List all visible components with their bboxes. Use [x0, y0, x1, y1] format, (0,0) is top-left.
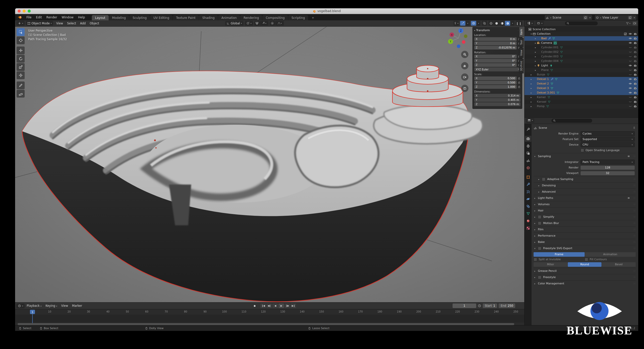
transform-field-rotation-z[interactable]: Z0° — [474, 63, 517, 67]
render-visibility-icon[interactable] — [634, 91, 637, 94]
checkbox[interactable] — [585, 258, 588, 261]
collection-checkbox[interactable] — [624, 32, 627, 35]
visibility-eye-closed-icon[interactable] — [629, 73, 632, 76]
panel-adaptive-sampling[interactable]: ▸Adaptive Sampling∷ — [534, 176, 636, 182]
next-keyframe-button[interactable]: ❙▶ — [285, 303, 290, 308]
expand-arrow[interactable]: ▸ — [534, 37, 537, 40]
auto-keyframe-button[interactable]: ● — [252, 303, 257, 308]
transform-field-location-z[interactable]: Z-0.012076 m — [474, 46, 517, 50]
scene-selector[interactable]: ▾ Scene ✕ — [544, 15, 592, 20]
object-name[interactable]: Cylinder.004 — [541, 59, 558, 63]
visibility-eye-icon[interactable] — [629, 32, 632, 35]
prev-keyframe-button[interactable]: ◀❙ — [266, 303, 272, 308]
properties-tab-world[interactable] — [525, 165, 531, 171]
new-collection-button[interactable] — [632, 21, 637, 25]
workspace-tab-modeling[interactable]: Modeling — [109, 15, 129, 21]
visibility-eye-icon[interactable] — [629, 86, 632, 90]
panel-film[interactable]: ▸Film∷ — [534, 226, 636, 233]
visibility-eye-closed-icon[interactable] — [629, 105, 632, 108]
prop-dropdown[interactable]: Supported▾ — [581, 137, 635, 142]
play-button[interactable]: ▶ — [278, 303, 284, 308]
panel-denoising[interactable]: ▸Denoising∷ — [534, 182, 636, 189]
visibility-eye-closed-icon[interactable] — [629, 55, 632, 58]
workspace-tab-shading[interactable]: Shading — [199, 15, 218, 21]
panel-advanced[interactable]: ▸Advanced∷ — [534, 189, 636, 195]
expand-arrow[interactable]: ▸ — [534, 46, 537, 49]
viewport-menu-select[interactable]: Select — [65, 21, 78, 26]
render-visibility-icon-disabled[interactable] — [634, 60, 637, 63]
render-visibility-icon-disabled[interactable] — [634, 46, 637, 49]
outliner-row-light[interactable]: ▸Light — [525, 63, 638, 68]
pan-view-button[interactable] — [461, 62, 468, 69]
properties-tab-constraints[interactable] — [525, 203, 531, 209]
workspace-tab-sculpting[interactable]: Sculpting — [129, 15, 150, 21]
viewport-canvas[interactable]: User Perspective (1) Scene Collection | … — [15, 27, 524, 302]
transform-panel-header[interactable]: ▾ Transform — [474, 29, 490, 32]
svg-export-miter-button[interactable]: Miter — [534, 262, 568, 267]
zoom-view-button[interactable] — [461, 51, 468, 58]
workspace-tab-scripting[interactable]: Scripting — [288, 15, 308, 21]
tool-scale[interactable] — [17, 63, 25, 71]
pivot-point-dropdown[interactable]: ▾ — [245, 21, 253, 26]
shading-dropdown[interactable]: ▾ — [510, 21, 514, 26]
object-name[interactable]: Pomp — [537, 105, 545, 108]
expand-arrow[interactable]: ▸ — [534, 69, 537, 71]
render-visibility-icon[interactable] — [634, 64, 637, 67]
outliner-row-collection[interactable]: ▾Collection — [525, 32, 638, 36]
view-layer-selector[interactable]: ▾ View Layer ✕ — [594, 15, 637, 20]
outliner-row-cylinder-003[interactable]: ▸undefinedCylinder.003 — [525, 54, 638, 59]
overlays-toggle[interactable] — [471, 21, 476, 26]
workspace-tab-rendering[interactable]: Rendering — [240, 15, 262, 21]
camera-view-button[interactable] — [461, 73, 468, 81]
menu-file[interactable]: File — [24, 15, 34, 20]
expand-arrow[interactable]: ▸ — [534, 64, 537, 67]
tool-measure[interactable] — [17, 90, 25, 98]
transform-field-rotation-x[interactable]: X0° — [474, 55, 517, 58]
panel-checkbox[interactable] — [538, 215, 541, 219]
properties-editor-type-button[interactable]: ▾ — [526, 118, 534, 123]
object-name[interactable]: Bad — [541, 37, 546, 40]
object-name[interactable]: Deksel 3.001 — [537, 91, 555, 94]
panel-checkbox[interactable] — [538, 222, 541, 225]
object-name[interactable]: Kamer — [537, 96, 546, 99]
tool-transform[interactable] — [17, 71, 25, 79]
expand-arrow[interactable]: ▸ — [530, 92, 533, 94]
expand-arrow[interactable]: ▸ — [534, 42, 537, 44]
panel-bake[interactable]: ▸Bake∷ — [534, 239, 636, 245]
object-name[interactable]: Deksel 1 — [537, 77, 549, 81]
visibility-eye-closed-icon[interactable] — [629, 50, 632, 54]
timeline-menu-keying[interactable]: Keying ▾ — [44, 303, 59, 308]
panel-checkbox[interactable] — [542, 178, 545, 181]
object-name[interactable]: Cylinder.003 — [541, 55, 558, 58]
outliner-row-pomp[interactable]: ▸undefinedPomp — [525, 104, 638, 109]
outliner-row-camera[interactable]: ▸Camera — [525, 41, 638, 45]
transform-field-dimensions-y[interactable]: Y0.405 m — [474, 98, 520, 102]
presets-icon[interactable]: ≡ — [627, 196, 630, 200]
overlays-dropdown[interactable]: ▾ — [476, 21, 480, 26]
svg-export-check-fill-contours[interactable]: Fill Contours — [585, 258, 636, 261]
svg-export-animation-button[interactable]: Animation — [585, 252, 636, 257]
object-name[interactable]: Deksel 2 — [537, 82, 549, 85]
render-visibility-icon[interactable] — [634, 82, 637, 85]
checkbox[interactable] — [534, 258, 537, 261]
menu-render[interactable]: Render — [44, 15, 59, 20]
expand-arrow[interactable]: ▸ — [530, 82, 533, 85]
panel-hair[interactable]: ▸Hair∷ — [534, 207, 636, 214]
panel-motion-blur[interactable]: ▸Motion Blur∷ — [534, 220, 636, 226]
workspace-tab-compositing[interactable]: Compositing — [262, 15, 288, 21]
transform-field-dimensions-x[interactable]: X0.314 m — [474, 94, 520, 98]
visibility-eye-icon[interactable] — [629, 77, 632, 81]
outliner-row-scene-collection[interactable]: Scene Collection — [525, 27, 638, 32]
outliner-row-bad[interactable]: ▸undefinedBad — [525, 36, 638, 41]
transform-orientation-dropdown[interactable]: Global ▾ — [225, 21, 244, 26]
lock-icon[interactable] — [518, 77, 520, 80]
properties-tab-texture[interactable] — [525, 225, 531, 231]
transform-field-scale-y[interactable]: Y0.500 — [474, 81, 517, 84]
sidebar-tab-item[interactable]: Item — [519, 27, 524, 37]
outliner-row-buisje[interactable]: ▸undefinedBuisje — [525, 72, 638, 77]
properties-search-input[interactable] — [551, 119, 592, 123]
properties-tab-object[interactable] — [525, 174, 531, 180]
timeline-menu-marker[interactable]: Marker — [70, 303, 84, 308]
timeline-tracks[interactable] — [15, 315, 524, 323]
render-visibility-icon-disabled[interactable] — [634, 55, 637, 58]
